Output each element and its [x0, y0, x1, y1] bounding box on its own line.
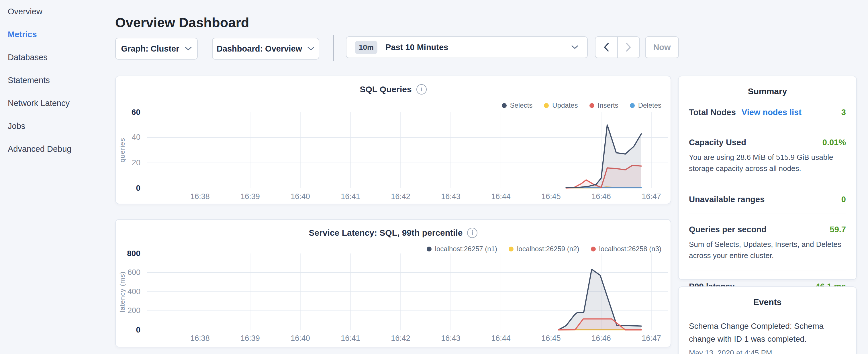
- x-axis-tick-label: 16:38: [180, 334, 220, 343]
- dashboard-dropdown[interactable]: Dashboard: Overview: [212, 38, 319, 60]
- events-list: Schema Change Completed: Schema change w…: [689, 320, 846, 354]
- legend-item-inserts[interactable]: Inserts: [589, 101, 618, 109]
- x-axis-tick-label: 16:47: [631, 334, 672, 343]
- x-axis-tick-label: 16:40: [280, 192, 320, 201]
- chart-title-row: Service Latency: SQL, 99th percentilei: [116, 228, 671, 238]
- legend-item-updates[interactable]: Updates: [544, 101, 578, 109]
- chart-legend: SelectsUpdatesInsertsDeletes: [502, 101, 662, 109]
- summary-title: Summary: [689, 87, 846, 96]
- y-axis-title: latency (ms): [118, 254, 127, 330]
- view-nodes-list-link[interactable]: View nodes list: [742, 108, 802, 117]
- sidebar-item-jobs[interactable]: Jobs: [0, 115, 115, 137]
- x-axis-tick-label: 16:41: [331, 334, 371, 343]
- chart-canvas: [147, 254, 668, 330]
- legend-item-localhost-26258-n3[interactable]: localhost:26258 (n3): [591, 245, 661, 253]
- chevron-down-icon: [307, 46, 315, 51]
- sidebar-item-metrics[interactable]: Metrics: [0, 23, 115, 46]
- summary-divider: [689, 126, 846, 126]
- page-title: Overview Dashboard: [115, 14, 249, 30]
- event-list-item: Schema Change Completed: Schema change w…: [689, 320, 846, 354]
- toolbar-divider: [333, 35, 334, 61]
- unavailable-ranges-label: Unavailable ranges: [689, 195, 765, 204]
- queries-per-second-description: Sum of Selects, Updates, Inserts, and De…: [689, 239, 846, 261]
- chart-legend: localhost:26257 (n1)localhost:26259 (n2)…: [427, 245, 661, 253]
- chart-plot-area: 8006004002000latency (ms)16:3816:3916:40…: [147, 254, 668, 330]
- capacity-used-row: Capacity Used 0.01%: [689, 138, 846, 147]
- time-range-label: Past 10 Minutes: [385, 43, 448, 52]
- x-axis-tick-label: 16:43: [431, 334, 471, 343]
- capacity-used-value: 0.01%: [823, 138, 846, 147]
- unavailable-ranges-row: Unavailable ranges 0: [689, 195, 846, 204]
- legend-item-localhost-26259-n2[interactable]: localhost:26259 (n2): [509, 245, 579, 253]
- time-range-dropdown[interactable]: 10m Past 10 Minutes: [346, 36, 588, 58]
- sidebar-item-advanced-debug[interactable]: Advanced Debug: [0, 137, 115, 160]
- y-axis-title: queries: [118, 112, 127, 188]
- graph-scope-dropdown[interactable]: Graph: Cluster: [115, 38, 198, 60]
- legend-dot: [589, 103, 594, 108]
- time-range-badge: 10m: [355, 41, 377, 54]
- graph-scope-label: Graph: Cluster: [121, 44, 179, 54]
- x-axis-tick-label: 16:39: [230, 334, 270, 343]
- legend-dot: [509, 247, 514, 252]
- queries-per-second-value: 59.7: [830, 225, 846, 234]
- x-axis-tick-label: 16:42: [380, 334, 421, 343]
- legend-label: Updates: [552, 101, 578, 109]
- chevron-down-icon: [571, 45, 579, 50]
- time-step-button-group: [595, 36, 640, 58]
- info-icon[interactable]: i: [416, 84, 427, 95]
- x-axis-tick-label: 16:44: [481, 192, 521, 201]
- now-button-label: Now: [653, 43, 671, 52]
- x-axis-tick-label: 16:43: [431, 192, 471, 201]
- x-axis-tick-label: 16:42: [380, 192, 421, 201]
- x-axis-tick-label: 16:39: [230, 192, 270, 201]
- x-axis-tick-label: 16:44: [481, 334, 521, 343]
- chart-title: SQL Queries: [360, 85, 411, 94]
- sidebar: OverviewMetricsDatabasesStatementsNetwor…: [0, 0, 115, 160]
- sidebar-item-network-latency[interactable]: Network Latency: [0, 92, 115, 115]
- chart-plot-area: 6040200queries16:3816:3916:4016:4116:421…: [147, 112, 668, 188]
- x-axis-tick-label: 16:45: [531, 334, 571, 343]
- x-axis-tick-label: 16:40: [280, 334, 320, 343]
- x-axis-tick-label: 16:41: [331, 192, 371, 201]
- chart-canvas: [147, 112, 668, 188]
- summary-divider: [689, 270, 846, 270]
- x-axis-tick-label: 16:47: [631, 192, 672, 201]
- x-axis-tick-label: 16:38: [180, 192, 220, 201]
- sidebar-item-overview[interactable]: Overview: [0, 0, 115, 23]
- service-latency-panel: Service Latency: SQL, 99th percentileilo…: [115, 219, 671, 347]
- legend-item-selects[interactable]: Selects: [502, 101, 533, 109]
- queries-per-second-row: Queries per second 59.7: [689, 225, 846, 234]
- legend-label: Selects: [510, 101, 533, 109]
- legend-item-deletes[interactable]: Deletes: [630, 101, 661, 109]
- legend-label: Deletes: [638, 101, 661, 109]
- event-timestamp: May 13, 2020 at 4:45 PM: [689, 349, 846, 354]
- next-interval-button[interactable]: [617, 37, 640, 58]
- legend-label: localhost:26259 (n2): [517, 245, 579, 253]
- summary-panel: Summary Total Nodes View nodes list 3 Ca…: [678, 75, 857, 280]
- legend-label: localhost:26257 (n1): [435, 245, 497, 253]
- chevron-left-icon: [603, 42, 610, 52]
- chevron-right-icon: [625, 42, 631, 52]
- dashboard-label: Dashboard: Overview: [217, 44, 302, 54]
- events-title: Events: [689, 297, 846, 307]
- info-icon[interactable]: i: [467, 228, 477, 238]
- now-button[interactable]: Now: [645, 36, 679, 58]
- legend-dot: [502, 103, 507, 108]
- total-nodes-label: Total Nodes: [689, 108, 736, 117]
- total-nodes-row: Total Nodes View nodes list 3: [689, 108, 846, 117]
- sidebar-item-databases[interactable]: Databases: [0, 46, 115, 69]
- previous-interval-button[interactable]: [595, 37, 617, 58]
- sidebar-item-statements[interactable]: Statements: [0, 69, 115, 92]
- total-nodes-value: 3: [841, 108, 846, 117]
- summary-divider: [689, 213, 846, 213]
- capacity-used-label: Capacity Used: [689, 138, 746, 147]
- chevron-down-icon: [185, 46, 192, 51]
- x-axis-tick-label: 16:46: [581, 334, 621, 343]
- capacity-used-description: You are using 28.6 MiB of 515.9 GiB usab…: [689, 152, 846, 174]
- unavailable-ranges-value: 0: [841, 195, 846, 204]
- legend-label: localhost:26258 (n3): [599, 245, 661, 253]
- legend-item-localhost-26257-n1[interactable]: localhost:26257 (n1): [427, 245, 497, 253]
- sql-queries-panel: SQL QueriesiSelectsUpdatesInsertsDeletes…: [115, 75, 671, 204]
- x-axis-tick-label: 16:46: [581, 192, 621, 201]
- queries-per-second-label: Queries per second: [689, 225, 767, 234]
